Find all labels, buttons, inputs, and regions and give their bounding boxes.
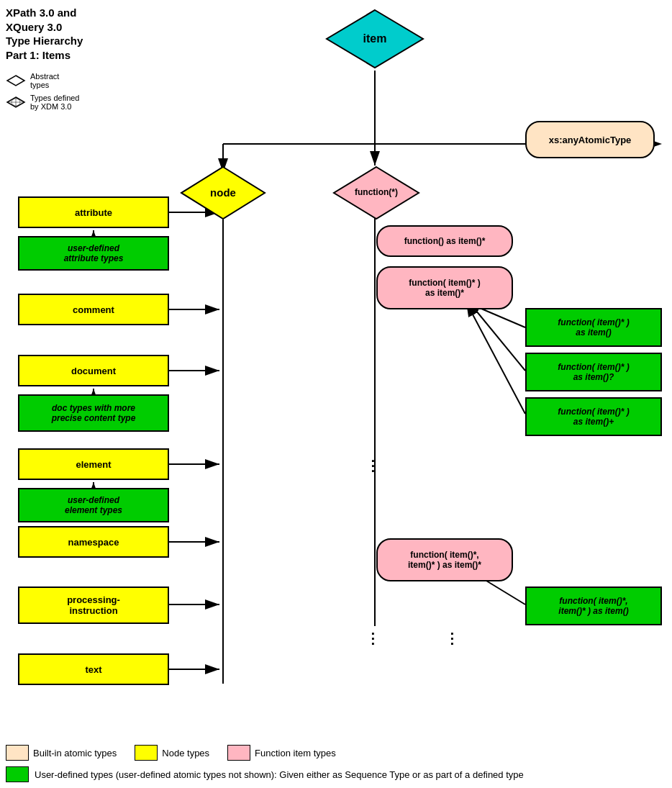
processing-instruction-box: processing- instruction xyxy=(18,587,169,624)
legend-block: Abstracttypes Types definedby XDM 3.0 xyxy=(6,72,80,115)
namespace-box: namespace xyxy=(18,526,169,558)
func-item-star-as-item-star-box: function( item()* ) as item()* xyxy=(376,266,513,309)
built-in-color xyxy=(6,745,29,761)
user-defined-attr-box: user-defined attribute types xyxy=(18,236,169,271)
built-in-legend: Built-in atomic types xyxy=(6,745,117,761)
func-as-item-star-box: function() as item()* xyxy=(376,225,513,257)
item-diamond: item xyxy=(324,7,426,73)
xs-any-atomic-type-box: xs:anyAtomicType xyxy=(525,121,655,158)
ellipsis-3: ⋮ xyxy=(445,630,459,647)
func-item-star-as-item-box: function( item()* ) as item() xyxy=(525,308,662,347)
svg-text:function(*): function(*) xyxy=(355,187,398,197)
func-item-star-as-item-q-box: function( item()* ) as item()? xyxy=(525,353,662,391)
doc-types-box: doc types with more precise content type xyxy=(18,394,169,432)
text-box: text xyxy=(18,653,169,685)
svg-text:node: node xyxy=(210,186,236,199)
page-title: XPath 3.0 and XQuery 3.0 Type Hierarchy … xyxy=(6,6,83,62)
document-box: document xyxy=(18,355,169,386)
abstract-label: Abstracttypes xyxy=(30,72,59,89)
element-box: element xyxy=(18,448,169,480)
function-item-color xyxy=(227,745,250,761)
page-container: XPath 3.0 and XQuery 3.0 Type Hierarchy … xyxy=(0,0,672,788)
xdm-legend: Types definedby XDM 3.0 xyxy=(6,94,80,111)
node-types-label: Node types xyxy=(162,748,209,758)
svg-line-32 xyxy=(466,302,525,414)
comment-box: comment xyxy=(18,294,169,325)
user-defined-elem-box: user-defined element types xyxy=(18,488,169,522)
built-in-label: Built-in atomic types xyxy=(33,748,117,758)
ellipsis-2: ⋮ xyxy=(365,630,380,647)
attribute-box: attribute xyxy=(18,196,169,228)
function-item-label: Function item types xyxy=(255,748,336,758)
user-defined-legend: User-defined types (user-defined atomic … xyxy=(6,766,666,782)
function-item-legend: Function item types xyxy=(227,745,336,761)
svg-text:item: item xyxy=(363,32,387,45)
func-multi-as-item-box: function( item()*, item()* ) as item() xyxy=(525,587,662,625)
user-defined-color xyxy=(6,766,29,782)
func-multi-star-box: function( item()*, item()* ) as item()* xyxy=(376,538,513,581)
bottom-legend: Built-in atomic types Node types Functio… xyxy=(6,745,666,782)
user-defined-label: User-defined types (user-defined atomic … xyxy=(35,769,524,780)
func-item-star-as-item-plus-box: function( item()* ) as item()+ xyxy=(525,397,662,436)
node-diamond: node xyxy=(178,164,268,224)
node-types-legend: Node types xyxy=(135,745,209,761)
svg-line-31 xyxy=(466,299,525,371)
svg-marker-0 xyxy=(7,76,24,86)
function-star-diamond: function(*) xyxy=(331,164,422,224)
ellipsis-1: ⋮ xyxy=(365,457,380,474)
abstract-legend: Abstracttypes xyxy=(6,72,80,89)
xdm-label: Types definedby XDM 3.0 xyxy=(30,94,80,111)
node-types-color xyxy=(135,745,158,761)
